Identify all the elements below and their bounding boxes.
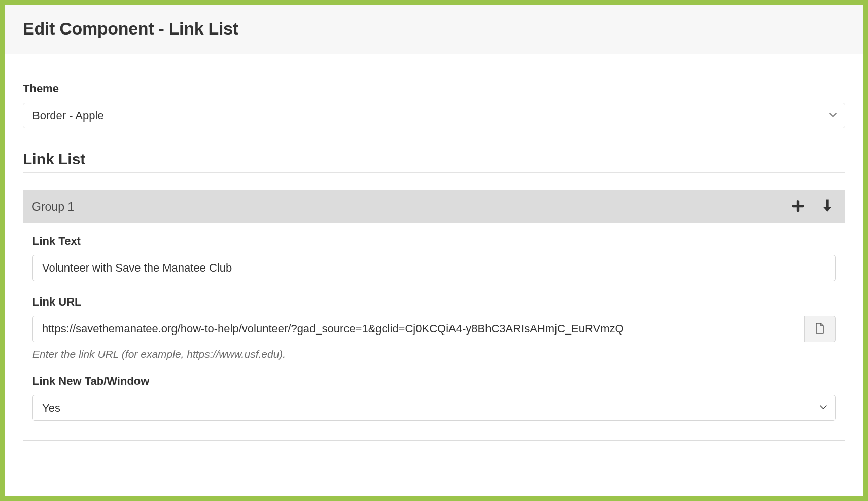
link-new-tab-wrapper: Yes (32, 395, 836, 421)
dialog-content: Theme Border - Apple Link List Group 1 (5, 54, 863, 451)
dialog-title: Edit Component - Link List (23, 19, 845, 39)
browse-file-button[interactable] (804, 316, 836, 342)
group-body: Link Text Link URL Enter the link URL (f… (23, 223, 845, 441)
link-text-label: Link Text (32, 235, 836, 248)
arrow-down-icon (821, 199, 834, 214)
theme-select-wrapper: Border - Apple (23, 103, 845, 128)
theme-label: Theme (23, 82, 845, 95)
link-new-tab-select[interactable]: Yes (32, 395, 836, 421)
group-header: Group 1 (23, 190, 845, 223)
theme-select[interactable]: Border - Apple (23, 103, 845, 128)
link-text-input[interactable] (32, 255, 836, 281)
group-title: Group 1 (32, 200, 74, 214)
section-title: Link List (23, 151, 845, 168)
move-down-button[interactable] (820, 198, 835, 215)
link-text-field: Link Text (32, 235, 836, 281)
dialog-header: Edit Component - Link List (5, 5, 863, 54)
link-url-field: Link URL Enter the link URL (for example… (32, 295, 836, 360)
dialog-frame: Edit Component - Link List Theme Border … (5, 5, 863, 496)
plus-icon (791, 199, 805, 214)
link-url-hint: Enter the link URL (for example, https:/… (32, 348, 836, 360)
link-new-tab-field: Link New Tab/Window Yes (32, 375, 836, 421)
theme-field: Theme Border - Apple (23, 82, 845, 128)
section-divider (23, 172, 845, 173)
link-url-label: Link URL (32, 295, 836, 309)
link-url-row (32, 316, 836, 342)
link-url-input[interactable] (32, 316, 804, 342)
link-new-tab-label: Link New Tab/Window (32, 375, 836, 388)
file-icon (815, 322, 825, 336)
add-group-button[interactable] (790, 198, 806, 215)
group-actions (790, 198, 835, 215)
